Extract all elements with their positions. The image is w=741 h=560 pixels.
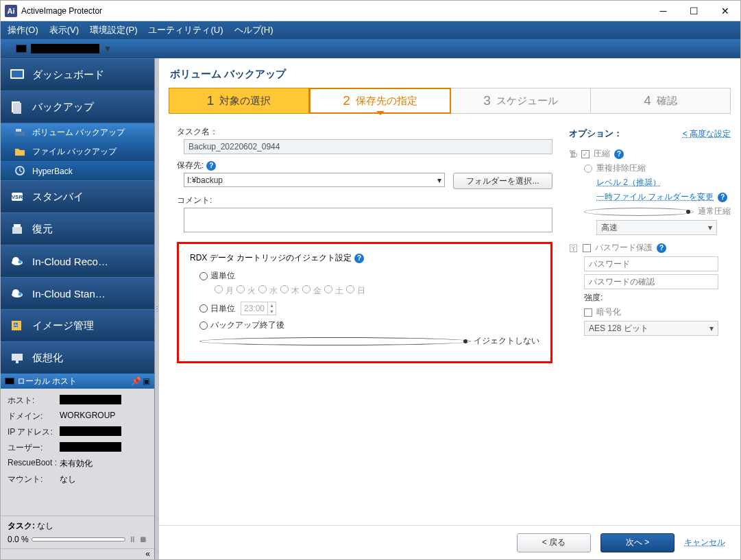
comment-label: コメント:: [177, 195, 552, 206]
collapse-icon[interactable]: ▣: [143, 376, 150, 386]
password-confirm-input[interactable]: [584, 274, 718, 289]
dashboard-icon: [9, 67, 25, 82]
nav-incloud-reco[interactable]: In-Cloud Reco…: [1, 245, 154, 277]
spin-up-icon[interactable]: ▲: [268, 302, 276, 308]
menu-env[interactable]: 環境設定(P): [90, 24, 137, 36]
volume-backup-icon: [14, 127, 27, 138]
local-host-label: ローカル ホスト: [17, 376, 77, 387]
stage-1[interactable]: 1対象の選択: [169, 88, 309, 114]
level2-link[interactable]: レベル 2（推奨）: [596, 177, 661, 188]
comment-input[interactable]: [184, 208, 552, 232]
svg-text:VSR: VSR: [12, 194, 23, 200]
pin-icon[interactable]: 📌: [131, 376, 141, 386]
svg-point-15: [12, 289, 19, 296]
task-value: なし: [37, 521, 53, 531]
temp-folder-link[interactable]: 一時ファイル フォルダーを変更: [596, 191, 714, 203]
cancel-link[interactable]: キャンセル: [684, 537, 725, 548]
help-icon[interactable]: ?: [614, 149, 624, 159]
cloud-stan-icon: [9, 286, 25, 301]
option-header: オプション：: [569, 127, 622, 140]
nav-virtual[interactable]: 仮想化: [1, 341, 154, 374]
stage-4[interactable]: 4確認: [591, 88, 731, 114]
host-value-redacted: [60, 395, 121, 404]
nav-standby[interactable]: VSR スタンバイ: [1, 180, 154, 212]
task-progress-percent: 0.0 %: [8, 535, 29, 544]
rescue-value: 未有効化: [60, 458, 93, 470]
help-icon[interactable]: ?: [206, 161, 216, 171]
mount-value: なし: [60, 474, 76, 485]
minimize-button[interactable]: ─: [648, 1, 679, 21]
host-label: ホスト:: [8, 395, 60, 406]
nav-restore[interactable]: 復元: [1, 212, 154, 245]
monitor-icon: [5, 378, 14, 385]
server-bar[interactable]: ▼: [1, 39, 740, 58]
spin-down-icon[interactable]: ▼: [268, 308, 276, 315]
help-icon[interactable]: ?: [354, 254, 364, 263]
task-name-input[interactable]: [184, 139, 552, 154]
radio-dedupe[interactable]: 重複排除圧縮: [569, 161, 731, 175]
nav-image-mgmt-label: イメージ管理: [32, 319, 94, 332]
pwd-protect-checkbox[interactable]: [583, 244, 591, 252]
archive-icon: 🗜: [569, 149, 577, 159]
ip-value-redacted: [60, 426, 121, 436]
svg-point-12: [12, 257, 19, 264]
task-panel: タスク: なし 0.0 % ⏸ ⏹: [1, 515, 154, 548]
next-button[interactable]: 次へ >: [600, 533, 675, 552]
nav-incloud-reco-label: In-Cloud Reco…: [32, 256, 108, 267]
svg-text:Ai: Ai: [14, 323, 17, 327]
svg-point-13: [19, 260, 22, 264]
nav-incloud-stan[interactable]: In-Cloud Stan…: [1, 277, 154, 309]
nav-image-mgmt[interactable]: Ai イメージ管理: [1, 309, 154, 341]
nav-dashboard[interactable]: ダッシュボード: [1, 58, 154, 90]
radio-normal-compress[interactable]: 通常圧縮: [569, 204, 731, 219]
radio-daily[interactable]: 日単位 ▲▼: [190, 300, 539, 317]
radio-after-backup[interactable]: バックアップ終了後: [190, 317, 539, 333]
browse-folder-button[interactable]: フォルダーを選択...: [453, 173, 552, 189]
compress-checkbox: [581, 150, 590, 158]
aes-select[interactable]: AES 128 ビット: [584, 321, 718, 336]
menu-utility[interactable]: ユーティリティ(U): [148, 24, 223, 36]
help-icon[interactable]: ?: [657, 243, 666, 253]
rdx-eject-settings: RDX データ カートリッジのイジェクト設定 ? 週単位 月 火 水 木 金 土…: [177, 242, 552, 363]
radio-no-eject[interactable]: イジェクトしない: [190, 333, 539, 349]
svg-rect-5: [16, 129, 21, 132]
local-host-header: ローカル ホスト 📌 ▣: [1, 374, 154, 389]
sidebar-collapse[interactable]: «: [1, 548, 154, 559]
radio-weekly[interactable]: 週単位: [190, 268, 539, 284]
wizard-footer: < 戻る 次へ > キャンセル: [159, 525, 740, 559]
rdx-title: RDX データ カートリッジのイジェクト設定: [190, 252, 352, 264]
image-mgmt-icon: Ai: [9, 318, 25, 333]
nav-file-backup[interactable]: ファイル バックアップ: [1, 142, 154, 161]
nav-backup[interactable]: バックアップ: [1, 90, 154, 123]
menu-operation[interactable]: 操作(O): [8, 24, 38, 36]
stage-3[interactable]: 3スケジュール: [451, 88, 591, 114]
stage-2[interactable]: 2保存先の指定: [309, 88, 451, 114]
menu-view[interactable]: 表示(V): [49, 24, 79, 36]
advanced-settings-link[interactable]: < 高度な設定: [683, 128, 731, 140]
chevron-down-icon: ▼: [104, 44, 112, 53]
daily-time-input[interactable]: ▲▼: [241, 302, 276, 315]
svg-rect-10: [14, 224, 21, 227]
nav-volume-backup[interactable]: ボリューム バックアップ: [1, 123, 154, 142]
close-button[interactable]: ✕: [709, 1, 740, 21]
task-stop-icon[interactable]: ⏹: [139, 535, 147, 544]
task-pause-icon[interactable]: ⏸: [128, 535, 136, 544]
svg-rect-9: [12, 227, 22, 234]
folder-icon: [14, 147, 27, 158]
help-icon[interactable]: ?: [718, 193, 727, 202]
menu-help[interactable]: ヘルプ(H): [234, 24, 274, 36]
dest-label: 保存先:: [177, 160, 204, 171]
strength-label: 強度:: [584, 292, 603, 304]
maximize-button[interactable]: ☐: [679, 1, 709, 21]
nav-hyperback[interactable]: HyperBack: [1, 161, 154, 180]
nav-volume-backup-label: ボリューム バックアップ: [32, 127, 125, 138]
encrypt-checkbox[interactable]: [584, 308, 592, 317]
svg-rect-4: [15, 132, 25, 136]
back-button[interactable]: < 戻る: [517, 533, 591, 552]
speed-select[interactable]: 高速: [596, 220, 717, 235]
svg-rect-20: [12, 354, 23, 361]
password-input[interactable]: [584, 256, 718, 271]
nav-backup-label: バックアップ: [32, 101, 94, 114]
nav-restore-label: 復元: [32, 223, 53, 236]
dest-select[interactable]: I:¥backup: [184, 173, 445, 187]
